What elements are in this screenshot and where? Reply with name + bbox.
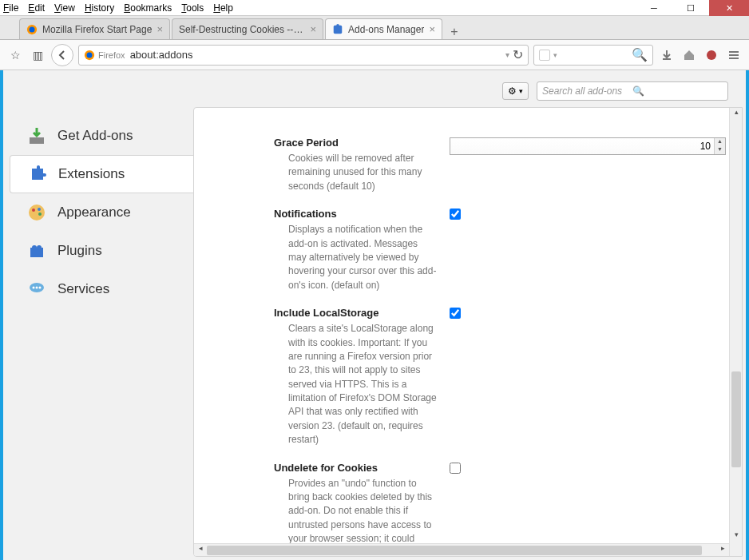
reload-icon[interactable]: ↻ — [513, 47, 523, 62]
lego-icon — [27, 241, 46, 260]
notifications-checkbox[interactable] — [450, 209, 461, 220]
menu-file[interactable]: File — [3, 2, 18, 14]
option-description: Clears a site's LocalStorage along with … — [274, 322, 438, 447]
scroll-right-icon[interactable]: ▸ — [716, 544, 729, 557]
identity-label: Firefox — [98, 50, 125, 60]
category-sidebar: Get Add-ons Extensions Appearance — [3, 107, 193, 557]
sidebar-item-plugins[interactable]: Plugins — [3, 232, 193, 270]
svg-point-6 — [707, 50, 716, 60]
scroll-up-icon[interactable]: ▴ — [730, 108, 743, 121]
option-title: Notifications — [274, 208, 438, 220]
window-minimize-button[interactable]: ─ — [636, 0, 672, 16]
option-title: Grace Period — [274, 137, 438, 149]
option-grace-period: Grace Period Cookies will be removed aft… — [274, 137, 726, 193]
menu-bookmarks[interactable]: Bookmarks — [124, 2, 172, 14]
dropdown-icon[interactable]: ▾ — [553, 51, 557, 59]
tools-gear-button[interactable]: ⚙ ▾ — [502, 82, 529, 100]
option-description: Displays a notification when the add-on … — [274, 223, 438, 292]
navigation-toolbar: ☆ ▥ Firefox about:addons ▾ ↻ ▾ 🔍 — [0, 40, 749, 70]
svg-point-11 — [38, 212, 42, 216]
tab-close-icon[interactable]: × — [310, 23, 316, 35]
svg-point-18 — [39, 287, 42, 289]
tab-addons-manager[interactable]: Add-ons Manager × — [325, 18, 442, 39]
menu-edit[interactable]: Edit — [28, 2, 45, 14]
svg-rect-12 — [30, 248, 43, 257]
dropdown-icon: ▾ — [519, 87, 523, 95]
sidebar-item-extensions[interactable]: Extensions — [10, 155, 193, 193]
bookmark-star-icon[interactable]: ☆ — [6, 46, 24, 64]
url-text: about:addons — [130, 49, 502, 61]
tab-close-icon[interactable]: × — [157, 23, 163, 35]
window-maximize-button[interactable]: ☐ — [672, 0, 709, 16]
search-bar[interactable]: ▾ 🔍 — [533, 45, 653, 66]
svg-point-10 — [38, 208, 41, 211]
url-bar[interactable]: Firefox about:addons ▾ ↻ — [78, 45, 529, 66]
sidebar-item-label: Plugins — [57, 243, 102, 259]
new-tab-button[interactable]: + — [444, 25, 465, 39]
tab-strip: Mozilla Firefox Start Page × Self-Destru… — [0, 16, 749, 40]
grace-period-input[interactable] — [450, 137, 726, 155]
search-icon[interactable]: 🔍 — [632, 47, 648, 62]
menu-help[interactable]: Help — [213, 2, 233, 14]
tab-close-icon[interactable]: × — [429, 23, 435, 35]
svg-point-13 — [32, 245, 37, 250]
vertical-scrollbar[interactable]: ▴ ▾ — [729, 108, 742, 556]
menu-icon[interactable] — [725, 46, 743, 64]
spinner-down-icon[interactable]: ▼ — [714, 146, 725, 154]
tab-firefox-start[interactable]: Mozilla Firefox Start Page × — [19, 18, 170, 39]
addon-detail-panel: ▴ ▾ Grace Period Cookies will be removed… — [193, 107, 743, 557]
svg-point-1 — [30, 26, 35, 32]
search-placeholder: Search all add-ons — [542, 85, 632, 97]
spinner-up-icon[interactable]: ▲ — [714, 138, 725, 146]
home-icon[interactable] — [680, 46, 698, 64]
sidebar-item-appearance[interactable]: Appearance — [3, 193, 193, 232]
svg-point-8 — [29, 205, 45, 220]
svg-point-14 — [37, 245, 42, 250]
search-engine-icon — [539, 50, 550, 61]
svg-point-17 — [36, 287, 38, 289]
svg-point-16 — [33, 287, 35, 289]
back-button[interactable] — [51, 44, 73, 66]
downloads-icon[interactable] — [658, 46, 676, 64]
sidebar-icon[interactable]: ▥ — [29, 46, 46, 64]
scrollbar-thumb[interactable] — [731, 371, 741, 467]
option-notifications: Notifications Displays a notification wh… — [274, 208, 726, 292]
dropdown-icon[interactable]: ▾ — [505, 50, 509, 59]
menubar: File Edit View History Bookmarks Tools H… — [0, 0, 749, 16]
puzzle-icon — [28, 165, 47, 184]
svg-point-3 — [336, 24, 339, 27]
tab-label: Mozilla Firefox Start Page — [42, 24, 152, 35]
scroll-left-icon[interactable]: ◂ — [194, 544, 207, 557]
option-include-localstorage: Include LocalStorage Clears a site's Loc… — [274, 307, 726, 447]
svg-point-5 — [87, 52, 93, 58]
addon-badge-icon[interactable] — [703, 46, 720, 64]
search-icon[interactable]: 🔍 — [632, 85, 723, 97]
sidebar-item-label: Appearance — [57, 205, 131, 220]
tab-self-destructing-cookies[interactable]: Self-Destructing Cookies -- Sur... × — [172, 18, 323, 39]
sidebar-item-label: Extensions — [58, 166, 125, 182]
undelete-cookies-checkbox[interactable] — [450, 463, 461, 474]
tab-label: Self-Destructing Cookies -- Sur... — [179, 24, 305, 35]
menu-tools[interactable]: Tools — [181, 2, 204, 14]
window-close-button[interactable]: ✕ — [709, 0, 749, 16]
sidebar-item-label: Get Add-ons — [57, 128, 133, 144]
scrollbar-thumb[interactable] — [207, 546, 702, 555]
menu-history[interactable]: History — [85, 2, 114, 14]
cloud-chat-icon — [27, 280, 46, 299]
menu-view[interactable]: View — [54, 2, 75, 14]
include-localstorage-checkbox[interactable] — [450, 308, 461, 319]
option-title: Include LocalStorage — [274, 307, 438, 319]
scroll-down-icon[interactable]: ▾ — [730, 530, 743, 543]
svg-rect-7 — [30, 137, 44, 144]
horizontal-scrollbar[interactable]: ◂ ▸ — [194, 543, 729, 556]
sidebar-item-services[interactable]: Services — [3, 270, 193, 308]
addons-manager-content: ⚙ ▾ Search all add-ons 🔍 Get Add-ons — [3, 70, 746, 560]
sidebar-item-label: Services — [57, 281, 109, 297]
download-box-icon — [27, 126, 46, 145]
addon-search-input[interactable]: Search all add-ons 🔍 — [537, 81, 728, 101]
tab-label: Add-ons Manager — [348, 24, 424, 35]
sidebar-item-get-addons[interactable]: Get Add-ons — [3, 117, 193, 155]
gear-icon: ⚙ — [508, 85, 517, 97]
option-undelete-cookies: Undelete for Cookies Provides an "undo" … — [274, 462, 726, 556]
option-description: Cookies will be removed after remaining … — [274, 152, 438, 193]
